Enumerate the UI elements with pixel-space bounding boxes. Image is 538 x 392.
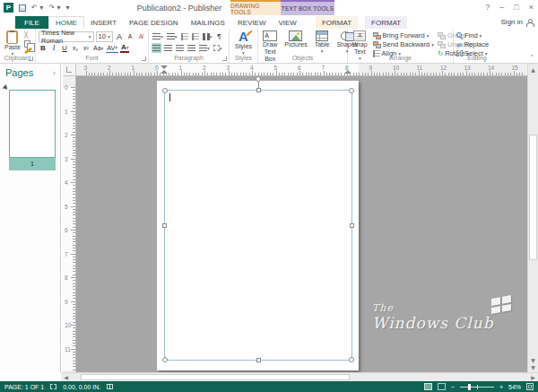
maximize-button[interactable]: □ bbox=[514, 3, 518, 12]
increase-indent-button[interactable] bbox=[191, 31, 200, 41]
tab-file[interactable]: FILE bbox=[15, 16, 48, 29]
rotate-handle[interactable] bbox=[256, 76, 261, 82]
next-page-icon[interactable]: ▼ bbox=[528, 364, 538, 370]
send-backward-label: Send Backward bbox=[383, 40, 430, 48]
find-button[interactable]: Find ▾ bbox=[456, 31, 498, 39]
font-dialog-launcher[interactable] bbox=[142, 57, 146, 61]
replace-button[interactable]: ab Replace bbox=[456, 40, 498, 48]
subscript-button[interactable]: x₂ bbox=[71, 43, 80, 53]
copy-icon[interactable] bbox=[24, 40, 30, 48]
tab-home[interactable]: HOME bbox=[48, 16, 84, 29]
window-controls: ? – □ × bbox=[485, 3, 534, 12]
zoom-slider[interactable] bbox=[460, 387, 494, 388]
canvas[interactable]: The Windows Club bbox=[76, 76, 527, 372]
fit-page-button[interactable] bbox=[526, 383, 534, 390]
object-size-icon[interactable] bbox=[50, 384, 56, 389]
character-spacing-button[interactable]: AV▾ bbox=[106, 43, 118, 53]
shrink-font-button[interactable]: A bbox=[126, 31, 134, 41]
styles-button[interactable]: A Styles ▾ bbox=[232, 30, 255, 56]
object-position-icon[interactable] bbox=[107, 384, 113, 389]
sign-in[interactable]: Sign in bbox=[501, 18, 533, 26]
find-icon bbox=[456, 32, 463, 39]
minimize-button[interactable]: – bbox=[499, 3, 504, 12]
selected-text-box[interactable] bbox=[164, 90, 352, 361]
decrease-indent-button[interactable] bbox=[180, 31, 189, 41]
handle-top-left[interactable] bbox=[162, 88, 168, 93]
line-spacing-button[interactable]: ▾ bbox=[198, 43, 211, 53]
scroll-up-icon[interactable]: ▲ bbox=[528, 66, 538, 73]
scroll-left-icon[interactable]: ◀ bbox=[61, 373, 71, 381]
page-indicator[interactable]: PAGE: 1 OF 1 bbox=[4, 384, 44, 390]
font-family-combo[interactable]: Times New Roman ▾ bbox=[39, 31, 94, 42]
handle-bottom-center[interactable] bbox=[256, 358, 261, 362]
handle-top-center[interactable] bbox=[256, 88, 261, 92]
tab-insert[interactable]: INSERT bbox=[84, 16, 123, 29]
zoom-out-button[interactable]: − bbox=[451, 384, 455, 390]
horizontal-scrollbar-thumb[interactable] bbox=[81, 374, 350, 380]
scroll-down-icon[interactable]: ▼ bbox=[528, 357, 538, 363]
grow-font-button[interactable]: A bbox=[115, 31, 124, 41]
paragraph-dialog-launcher[interactable] bbox=[222, 57, 227, 61]
page-thumbnail[interactable] bbox=[9, 90, 56, 158]
align-left-button[interactable] bbox=[152, 43, 161, 53]
save-icon[interactable] bbox=[19, 4, 26, 12]
left-indent-marker[interactable] bbox=[161, 65, 168, 69]
paste-button[interactable]: Paste ▾ bbox=[3, 30, 22, 57]
horizontal-ruler[interactable]: 3210123456789101112131415 bbox=[76, 64, 527, 76]
change-case-button[interactable]: Aa▾ bbox=[92, 43, 104, 53]
two-page-view-button[interactable] bbox=[438, 383, 446, 390]
send-backward-button[interactable]: Send Backward ▾ bbox=[373, 40, 434, 48]
align-right-button[interactable] bbox=[175, 43, 185, 53]
handle-top-right[interactable] bbox=[349, 88, 354, 93]
single-page-view-button[interactable] bbox=[424, 383, 432, 390]
clipboard-dialog-launcher[interactable] bbox=[29, 57, 33, 61]
superscript-button[interactable]: x² bbox=[82, 43, 91, 53]
cursor-coordinates[interactable]: 0.00, 0.00 IN. bbox=[63, 384, 100, 390]
ruler-corner[interactable] bbox=[63, 64, 76, 76]
numbering-button[interactable]: ▾ bbox=[166, 31, 178, 41]
h-ruler-number: 9 bbox=[369, 65, 373, 71]
font-color-button[interactable]: A▾ bbox=[120, 43, 130, 53]
font-size-combo[interactable]: 10 ▾ bbox=[96, 31, 113, 42]
vertical-scrollbar-thumb[interactable] bbox=[529, 135, 537, 260]
zoom-slider-thumb[interactable] bbox=[468, 384, 471, 390]
tab-review[interactable]: REVIEW bbox=[231, 16, 273, 29]
underline-button[interactable]: U bbox=[60, 43, 69, 53]
tab-format-drawing[interactable]: FORMAT bbox=[316, 16, 358, 29]
handle-middle-right[interactable] bbox=[350, 223, 354, 228]
vertical-scrollbar[interactable]: ▲ ▼ ▼ bbox=[527, 64, 538, 372]
borders-button[interactable]: ▾ bbox=[213, 43, 223, 53]
handle-bottom-right[interactable] bbox=[349, 357, 354, 362]
help-button[interactable]: ? bbox=[485, 3, 490, 12]
horizontal-scrollbar[interactable]: ◀ ▶ bbox=[61, 372, 538, 381]
vertical-ruler[interactable]: 01234567891011 bbox=[63, 76, 76, 372]
bullets-button[interactable]: ▾ bbox=[152, 31, 164, 41]
collapse-ribbon-icon[interactable]: ⌃ bbox=[529, 54, 534, 61]
bold-button[interactable]: B bbox=[39, 43, 48, 53]
tab-view[interactable]: VIEW bbox=[272, 16, 302, 29]
zoom-level[interactable]: 54% bbox=[508, 384, 521, 390]
close-button[interactable]: × bbox=[529, 3, 534, 12]
clear-formatting-icon[interactable]: A̸ bbox=[136, 31, 145, 41]
tab-mailings[interactable]: MAILINGS bbox=[185, 16, 231, 29]
undo-icon[interactable]: ↶ ▾ bbox=[31, 4, 43, 12]
align-center-button[interactable] bbox=[163, 43, 173, 53]
publisher-app-icon[interactable]: P bbox=[4, 3, 13, 13]
cut-icon[interactable]: ╳ bbox=[24, 31, 32, 39]
scroll-right-icon[interactable]: ▶ bbox=[528, 373, 538, 381]
page-thumbnail-number[interactable]: 1 bbox=[9, 158, 56, 170]
italic-button[interactable]: I bbox=[49, 43, 58, 53]
bring-forward-button[interactable]: Bring Forward ▾ bbox=[373, 31, 434, 39]
handle-middle-left[interactable] bbox=[162, 223, 167, 228]
special-characters-button[interactable]: ¶ bbox=[214, 31, 223, 41]
tab-page-design[interactable]: PAGE DESIGN bbox=[123, 16, 185, 29]
pages-collapse-icon[interactable]: ‹ bbox=[53, 69, 56, 77]
tab-format-textbox[interactable]: FORMAT bbox=[365, 16, 407, 29]
handle-bottom-left[interactable] bbox=[162, 357, 168, 362]
columns-button[interactable]: ▾ bbox=[202, 31, 213, 41]
justify-button[interactable] bbox=[187, 43, 196, 53]
redo-icon[interactable]: ↷ ▾ bbox=[48, 4, 60, 12]
drawing-tools-header: DRAWING TOOLS bbox=[230, 0, 281, 15]
qat-customize-icon[interactable]: ▾ bbox=[66, 4, 70, 12]
zoom-in-button[interactable]: + bbox=[499, 384, 503, 390]
